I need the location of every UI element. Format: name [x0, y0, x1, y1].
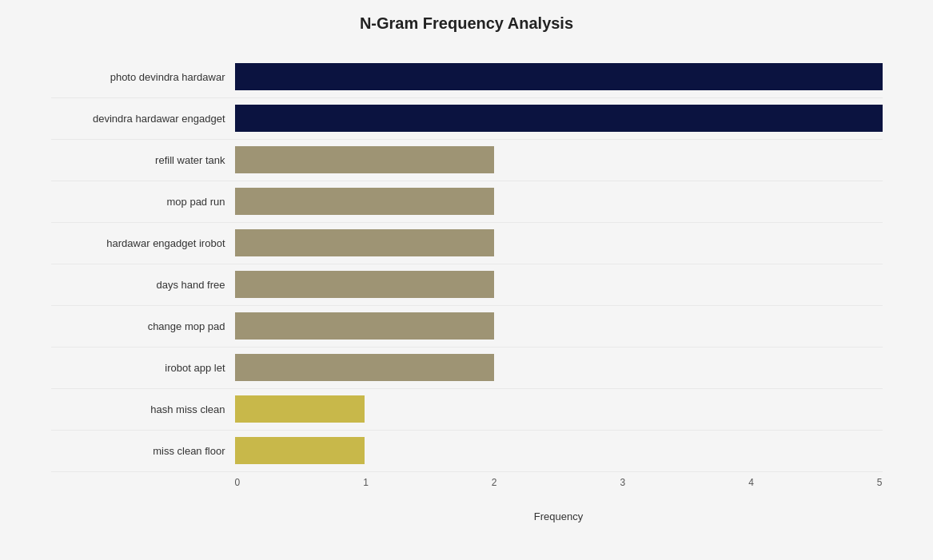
x-tick-labels: 012345: [235, 472, 883, 488]
bar-row: mop pad run: [51, 181, 883, 223]
bar-row: hash miss clean: [51, 389, 883, 431]
bar-row: days hand free: [51, 264, 883, 306]
bar-row: devindra hardawar engadget: [51, 98, 883, 140]
chart-area: photo devindra hardawardevindra hardawar…: [51, 57, 883, 472]
bar-row: irobot app let: [51, 348, 883, 389]
bar-track: [235, 146, 883, 173]
bar-track: [235, 229, 883, 256]
bar-track: [235, 188, 883, 215]
chart-container: N-Gram Frequency Analysis photo devindra…: [27, 0, 907, 560]
bar-track: [235, 105, 883, 132]
x-tick: 1: [363, 477, 369, 488]
bar-row: change mop pad: [51, 306, 883, 348]
bar-fill: [235, 437, 365, 464]
bar-fill: [235, 354, 494, 381]
bar-row: refill water tank: [51, 140, 883, 181]
bar-label: hardawar engadget irobot: [51, 237, 235, 249]
x-tick: 0: [235, 477, 241, 488]
bar-label: change mop pad: [51, 320, 235, 332]
bar-label: miss clean floor: [51, 445, 235, 457]
bar-row: miss clean floor: [51, 431, 883, 472]
bar-track: [235, 395, 883, 423]
x-axis-label: Frequency: [235, 510, 883, 522]
bar-track: [235, 271, 883, 298]
bar-fill: [235, 188, 494, 215]
bar-fill: [235, 63, 883, 90]
bar-row: hardawar engadget irobot: [51, 223, 883, 264]
chart-title: N-Gram Frequency Analysis: [51, 14, 883, 33]
x-tick: 5: [877, 477, 883, 488]
x-tick: 2: [492, 477, 497, 488]
bar-label: days hand free: [51, 279, 235, 291]
bar-label: devindra hardawar engadget: [51, 113, 235, 125]
bar-track: [235, 354, 883, 381]
x-tick: 4: [748, 477, 754, 488]
bar-track: [235, 437, 883, 464]
bar-label: irobot app let: [51, 362, 235, 374]
bar-fill: [235, 271, 494, 298]
bar-track: [235, 63, 883, 90]
bar-fill: [235, 146, 494, 173]
x-tick: 3: [620, 477, 625, 488]
x-axis-wrapper: 012345 Frequency: [235, 472, 883, 522]
bar-label: refill water tank: [51, 154, 235, 166]
bar-fill: [235, 105, 883, 132]
bar-label: hash miss clean: [51, 403, 235, 415]
bar-track: [235, 312, 883, 340]
bar-fill: [235, 312, 494, 340]
bar-label: mop pad run: [51, 196, 235, 208]
bar-row: photo devindra hardawar: [51, 57, 883, 98]
bar-fill: [235, 395, 365, 423]
bar-label: photo devindra hardawar: [51, 71, 235, 83]
bar-fill: [235, 229, 494, 256]
